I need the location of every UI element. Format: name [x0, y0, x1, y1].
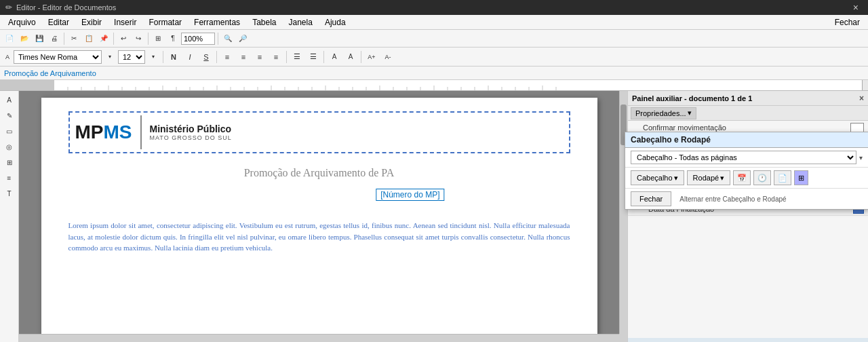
cut-btn[interactable]: ✂ — [67, 32, 81, 45]
popup-select[interactable]: Cabeçalho - Todas as páginas — [631, 151, 856, 164]
open-btn[interactable]: 📂 — [18, 32, 31, 45]
fmt-sep-2 — [216, 51, 217, 63]
lt-btn-6[interactable]: ≡ — [1, 170, 18, 185]
menu-inserir[interactable]: Inserir — [108, 16, 142, 28]
menu-editar[interactable]: Editar — [43, 16, 75, 28]
properties-content: Confirmar movimentação ▼ Propriedades do… — [628, 121, 868, 342]
panel-close-btn[interactable]: × — [859, 94, 864, 103]
font-size-chevron[interactable]: ▾ — [146, 50, 160, 64]
italic-btn[interactable]: I — [182, 50, 197, 64]
undo-btn[interactable]: ↩ — [117, 32, 130, 45]
movimentacao-section: Movimentação — [628, 338, 868, 342]
mp-logo-ms: MS — [104, 121, 132, 142]
popup-icon-row: Cabeçalho ▾ Rodapé ▾ 📅 🕐 📄 ⊞ — [628, 168, 868, 189]
menu-bar: Arquivo Editar Exibir Inserir Formatar F… — [0, 15, 868, 30]
highlight-btn[interactable]: A — [327, 50, 342, 64]
popup-title: Cabeçalho e Rodapé — [628, 132, 868, 148]
ruler-svg — [0, 80, 868, 91]
font-name-select[interactable]: Times New Roma — [14, 50, 102, 64]
scrollbar-corner — [619, 334, 627, 342]
breadcrumb-bar: Promoção de Arquivamento — [0, 66, 868, 80]
menu-exibir[interactable]: Exibir — [76, 16, 107, 28]
lt-btn-7[interactable]: T — [1, 186, 18, 201]
logo-divider — [140, 115, 142, 149]
vertical-scrollbar[interactable] — [619, 91, 627, 334]
document-area: MPMS Ministério Público MATO GROSSO DO S… — [19, 91, 627, 342]
institution-state: MATO GROSSO DO SUL — [150, 134, 232, 141]
menu-formatar[interactable]: Formatar — [143, 16, 187, 28]
title-bar-text: Editor - Editor de Documentos — [16, 3, 116, 12]
popup-date-btn[interactable]: 📅 — [733, 170, 751, 185]
popup-select-arrow-icon: ▾ — [859, 154, 863, 162]
menu-fechar[interactable]: Fechar — [829, 16, 865, 28]
toolbar-sep-2 — [113, 33, 114, 45]
popup-cabecalho-chevron: ▾ — [674, 174, 678, 183]
doc-title: Promoção de Arquivamento de PA — [68, 167, 570, 179]
new-doc-btn[interactable]: 📄 — [3, 32, 16, 45]
confirm-label: Confirmar movimentação — [632, 124, 850, 132]
popup-hint-text: Alternar entre Cabeçalho e Rodapé — [679, 195, 786, 203]
redo-btn[interactable]: ↪ — [132, 32, 145, 45]
font-size-select[interactable]: 12 — [118, 50, 145, 64]
print-btn[interactable]: 🖨 — [47, 32, 61, 45]
align-left-btn[interactable]: ≡ — [220, 50, 235, 64]
paste-btn[interactable]: 📌 — [97, 32, 111, 45]
popup-close-btn[interactable]: Fechar — [631, 191, 671, 206]
menu-ajuda[interactable]: Ajuda — [319, 16, 351, 28]
font-larger-btn[interactable]: A+ — [364, 50, 379, 64]
confirm-checkbox[interactable] — [850, 123, 864, 132]
horizontal-scrollbar[interactable] — [19, 334, 619, 342]
ruler — [0, 80, 868, 91]
left-toolbar: A ✎ ▭ ◎ ⊞ ≡ T — [0, 91, 19, 342]
doc-mp-num: [Número do MP] — [376, 189, 444, 201]
doc-num-wrapper: [Número do MP] — [68, 189, 570, 210]
popup-rodape-btn[interactable]: Rodapé ▾ — [687, 170, 731, 185]
zoom-input[interactable] — [181, 33, 215, 45]
header-footer-popup: Cabeçalho e Rodapé Cabeçalho - Todas as … — [628, 132, 868, 210]
menu-ferramentas[interactable]: Ferramentas — [189, 16, 245, 28]
svg-rect-0 — [0, 80, 54, 91]
style-btn[interactable]: A — [3, 50, 12, 64]
lt-btn-5[interactable]: ⊞ — [1, 155, 18, 170]
list-ordered-btn[interactable]: ☰ — [306, 50, 321, 64]
title-close-btn[interactable]: × — [849, 2, 863, 13]
bold-btn[interactable]: N — [166, 50, 181, 64]
mp-logo-mp: MP — [75, 121, 104, 142]
find-btn[interactable]: 🔎 — [236, 32, 250, 45]
menu-arquivo[interactable]: Arquivo — [3, 16, 41, 28]
popup-page-btn[interactable]: 📄 — [774, 170, 791, 185]
lt-btn-2[interactable]: ✎ — [1, 108, 18, 123]
font-smaller-btn[interactable]: A- — [380, 50, 395, 64]
font-color-btn[interactable]: A — [343, 50, 358, 64]
align-center-btn[interactable]: ≡ — [236, 50, 251, 64]
save-btn[interactable]: 💾 — [33, 32, 46, 45]
title-bar: ✏ Editor - Editor de Documentos × — [0, 0, 868, 15]
copy-btn[interactable]: 📋 — [82, 32, 96, 45]
menu-tabela[interactable]: Tabela — [247, 16, 281, 28]
lt-btn-3[interactable]: ▭ — [1, 124, 18, 138]
menu-janela[interactable]: Janela — [283, 16, 318, 28]
app-icon: ✏ — [5, 3, 12, 12]
search-btn[interactable]: 🔍 — [221, 32, 235, 45]
pilcrow-btn[interactable]: ¶ — [166, 32, 180, 45]
popup-grid-btn[interactable]: ⊞ — [794, 170, 808, 185]
doc-header: MPMS Ministério Público MATO GROSSO DO S… — [68, 111, 570, 153]
popup-cabecalho-btn[interactable]: Cabeçalho ▾ — [631, 170, 684, 185]
fmt-sep-1 — [163, 51, 163, 63]
panel-header: Painel auxiliar - documento 1 de 1 × — [628, 91, 868, 106]
underline-btn[interactable]: S — [199, 50, 214, 64]
align-justify-btn[interactable]: ≡ — [269, 50, 283, 64]
document-scroll[interactable]: MPMS Ministério Público MATO GROSSO DO S… — [19, 91, 619, 334]
align-right-btn[interactable]: ≡ — [252, 50, 267, 64]
popup-time-btn[interactable]: 🕐 — [753, 170, 771, 185]
font-chevron[interactable]: ▾ — [103, 50, 117, 64]
mp-logo: MPMS — [75, 121, 132, 143]
institution-name: Ministério Público — [150, 124, 232, 134]
lt-btn-4[interactable]: ◎ — [1, 139, 18, 154]
table-btn[interactable]: ⊞ — [151, 32, 165, 45]
properties-btn[interactable]: Propriedades... ▾ — [631, 107, 696, 119]
right-panel: Painel auxiliar - documento 1 de 1 × Pro… — [627, 91, 868, 342]
list-unordered-btn[interactable]: ☰ — [290, 50, 304, 64]
breadcrumb-link[interactable]: Promoção de Arquivamento — [4, 69, 96, 77]
lt-btn-1[interactable]: A — [1, 92, 18, 107]
